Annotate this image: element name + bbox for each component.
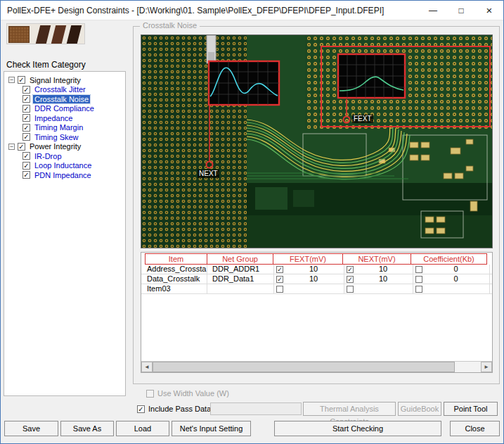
cell-next[interactable]: ✓ 10 — [344, 274, 413, 284]
point-tool-button[interactable]: Point Tool — [444, 402, 498, 416]
checkbox-icon[interactable] — [347, 286, 354, 293]
tree-item-label[interactable]: Timing Margin — [33, 123, 84, 132]
checkbox-icon[interactable]: ✓ — [22, 171, 30, 179]
cell-coefficient[interactable]: 0 — [413, 274, 490, 284]
tree-item-label[interactable]: Power Integrity — [28, 142, 82, 151]
tree-item-label[interactable]: Loop Inductance — [33, 161, 93, 170]
use-width-value-label: Use Width Value (W) — [157, 389, 229, 398]
checkbox-icon[interactable]: ✓ — [18, 143, 25, 151]
checkbox-icon[interactable]: ✓ — [22, 86, 30, 94]
fext-value[interactable]: 10 — [283, 265, 344, 274]
maximize-icon[interactable]: □ — [447, 1, 475, 20]
use-width-value-checkbox-row[interactable]: Use Width Value (W) — [146, 389, 229, 398]
titlebar: PollEx-DFE+ Design Constraints - [D:\Wor… — [1, 1, 503, 20]
cell-net-group[interactable]: DDR_ADDR1 — [207, 265, 274, 274]
checkbox-icon[interactable]: ✓ — [276, 266, 283, 273]
tree-item-ir-drop[interactable]: ✓ IR-Drop — [4, 151, 125, 160]
thermal-analysis-constraints-button[interactable]: Thermal Analysis Constraints — [303, 402, 396, 416]
next-value[interactable]: 10 — [354, 274, 413, 284]
coefficient-value[interactable]: 0 — [422, 274, 489, 284]
scrollbar-track[interactable] — [153, 362, 481, 372]
table-row[interactable]: Data_Crosstalk DDR_Data1 ✓ 10 ✓ 10 0 — [141, 274, 492, 284]
tree-item-label[interactable]: PDN Impedance — [33, 171, 93, 179]
cell-item[interactable]: Address_Crossta — [145, 265, 207, 274]
coefficient-value[interactable]: 0 — [422, 265, 489, 274]
close-button[interactable]: Close — [450, 421, 500, 436]
cell-coefficient[interactable]: 0 — [413, 265, 490, 274]
tree-item-crosstalk-noise[interactable]: ✓ Crosstalk Noise — [4, 94, 125, 103]
save-as-button[interactable]: Save As — [60, 421, 114, 436]
tree-item-impedance[interactable]: ✓ Impedance — [4, 113, 125, 122]
close-icon[interactable]: × — [475, 1, 503, 20]
table-row[interactable]: Address_Crossta DDR_ADDR1 ✓ 10 ✓ 10 0 — [141, 265, 492, 274]
pass-data-input[interactable] — [210, 402, 302, 415]
checkbox-icon[interactable] — [415, 276, 422, 283]
checkbox-icon[interactable]: ✓ — [347, 266, 354, 273]
tree-item-loop-inductance[interactable]: ✓ Loop Inductance — [4, 161, 125, 170]
checkbox-icon[interactable]: ✓ — [22, 95, 30, 103]
tree-item-ddr-compliance[interactable]: ✓ DDR Compliance — [4, 104, 125, 113]
groupbox-title: Crosstalk Noise — [140, 21, 200, 30]
save-button[interactable]: Save — [4, 421, 58, 436]
nets-input-setting-button[interactable]: Net's Input Setting — [172, 421, 251, 436]
load-button[interactable]: Load — [116, 421, 169, 436]
include-pass-data-checkbox-row[interactable]: ✓ Include Pass Data — [137, 405, 211, 413]
tree-item-label[interactable]: Impedance — [33, 114, 74, 122]
checkbox-icon[interactable]: ✓ — [22, 162, 30, 170]
checkbox-icon[interactable]: ✓ — [276, 276, 283, 283]
cell-next[interactable]: ✓ 10 — [344, 265, 413, 274]
tree-item-label[interactable]: Crosstalk Jitter — [33, 85, 87, 94]
minimize-icon[interactable]: — — [419, 1, 447, 20]
guidebook-button[interactable]: GuideBook — [398, 402, 441, 416]
checkbox-icon[interactable]: ✓ — [18, 76, 25, 84]
tree-item-label[interactable]: Signal Integrity — [28, 76, 82, 84]
checkbox-icon[interactable]: ✓ — [22, 105, 30, 113]
checkbox-icon[interactable]: ✓ — [22, 124, 30, 132]
cell-fext[interactable]: ✓ 10 — [274, 274, 344, 284]
checkbox-icon[interactable]: ✓ — [22, 133, 30, 141]
tree-item-label[interactable]: Crosstalk Noise — [33, 95, 90, 103]
cell-item[interactable]: Data_Crosstalk — [145, 274, 207, 284]
checkbox-icon[interactable]: ✓ — [22, 114, 30, 122]
tree-item-label[interactable]: Timing Skew — [33, 133, 80, 141]
tree-item-timing-margin[interactable]: ✓ Timing Margin — [4, 123, 125, 132]
cell-next[interactable] — [344, 284, 413, 293]
cell-fext[interactable] — [274, 284, 344, 293]
fext-value[interactable]: 10 — [283, 274, 344, 284]
table-row[interactable]: Item03 — [141, 284, 492, 294]
checkbox-icon[interactable]: ✓ — [22, 152, 30, 160]
pcb-image — [141, 35, 493, 248]
crosstalk-noise-groupbox: Crosstalk Noise — [133, 26, 500, 384]
tree-item-signal-integrity[interactable]: − ✓ Signal Integrity — [4, 75, 125, 84]
start-checking-button[interactable]: Start Checking — [274, 421, 441, 436]
tree-item-label[interactable]: DDR Compliance — [33, 104, 96, 113]
horizontal-scrollbar[interactable]: ◄ ► — [141, 361, 492, 372]
collapse-icon[interactable]: − — [8, 144, 15, 150]
checkbox-icon[interactable] — [415, 266, 422, 273]
next-waveform-plot — [209, 61, 279, 105]
collapse-icon[interactable]: − — [8, 77, 15, 83]
tree-item-pdn-impedance[interactable]: ✓ PDN Impedance — [4, 170, 125, 179]
cell-net-group[interactable] — [207, 284, 274, 293]
col-header-item: Item — [145, 253, 207, 265]
tree-item-label[interactable]: IR-Drop — [33, 152, 63, 160]
thumbnail-connector — [36, 25, 51, 44]
checkbox-icon[interactable] — [415, 286, 422, 293]
cell-coefficient[interactable] — [413, 284, 490, 293]
checkbox-icon[interactable] — [146, 390, 154, 398]
thumbnail-connector — [51, 25, 66, 44]
scroll-left-icon[interactable]: ◄ — [141, 362, 153, 372]
cell-fext[interactable]: ✓ 10 — [274, 265, 344, 274]
include-pass-data-label: Include Pass Data — [148, 405, 211, 413]
checkbox-icon[interactable]: ✓ — [347, 276, 354, 283]
checkbox-icon[interactable] — [276, 286, 283, 293]
scroll-right-icon[interactable]: ► — [481, 362, 492, 372]
next-value[interactable]: 10 — [354, 265, 413, 274]
tree-item-timing-skew[interactable]: ✓ Timing Skew — [4, 132, 125, 141]
scrollbar-thumb[interactable] — [153, 362, 455, 372]
tree-item-power-integrity[interactable]: − ✓ Power Integrity — [4, 142, 125, 151]
checkbox-icon[interactable]: ✓ — [137, 405, 145, 413]
cell-item[interactable]: Item03 — [145, 284, 207, 293]
tree-item-crosstalk-jitter[interactable]: ✓ Crosstalk Jitter — [4, 85, 125, 94]
cell-net-group[interactable]: DDR_Data1 — [207, 274, 274, 284]
